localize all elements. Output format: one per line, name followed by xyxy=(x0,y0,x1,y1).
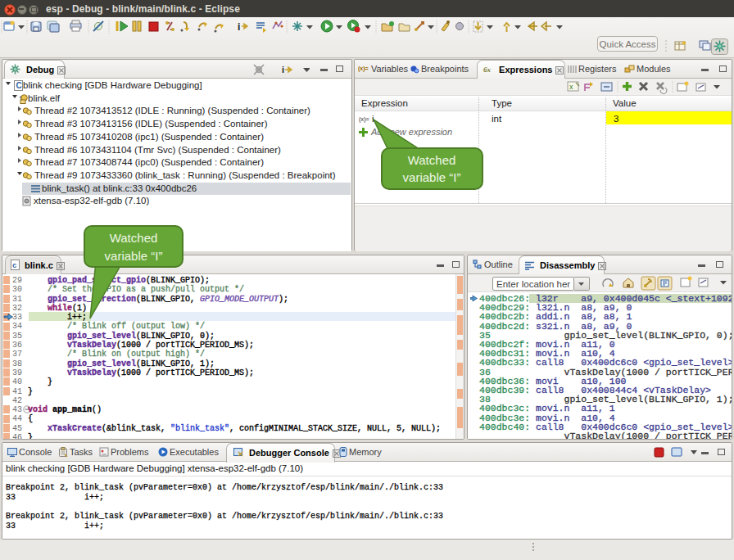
svg-text:variable “I”: variable “I” xyxy=(105,249,163,263)
svg-text:6x: 6x xyxy=(483,65,492,74)
svg-text:Watched: Watched xyxy=(110,231,158,245)
svg-text:i: i xyxy=(282,65,284,75)
svg-text:Watched: Watched xyxy=(408,153,456,167)
svg-text:(x)=: (x)= xyxy=(358,65,369,72)
svg-text:x: x xyxy=(569,83,573,91)
svg-text:c: c xyxy=(12,262,16,270)
svg-text:i: i xyxy=(238,21,240,33)
svg-text:C: C xyxy=(16,81,22,90)
svg-text:variable “I”: variable “I” xyxy=(403,170,461,184)
